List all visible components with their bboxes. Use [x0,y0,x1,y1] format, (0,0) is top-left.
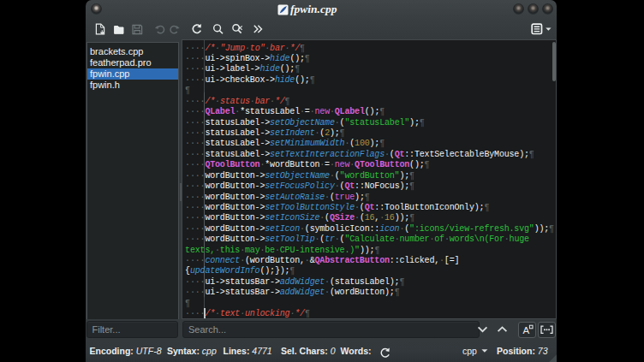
svg-text:A: A [522,324,529,335]
